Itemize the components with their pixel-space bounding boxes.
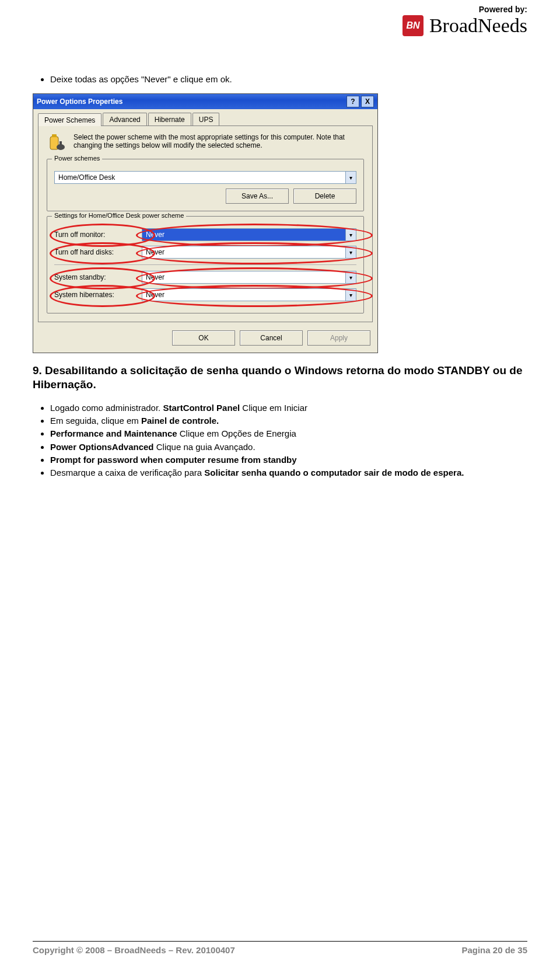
save-as-button[interactable]: Save As... xyxy=(226,189,289,204)
section-bullets: Logado como administrador. StartControl … xyxy=(33,402,527,479)
dialog-description: Select the power scheme with the most ap… xyxy=(74,133,364,149)
footer-copyright: Copyright © 2008 – BroadNeeds – Rev. 201… xyxy=(33,945,235,955)
chevron-down-icon[interactable]: ▾ xyxy=(345,229,356,240)
power-options-dialog: Power Options Properties ? X Power Schem… xyxy=(33,93,378,353)
list-item: Performance and Maintenance Clique em Op… xyxy=(50,428,527,440)
dialog-tabs: Power Schemes Advanced Hibernate UPS xyxy=(33,109,377,126)
hibernate-select-input[interactable] xyxy=(142,288,356,301)
hdd-select[interactable]: ▾ xyxy=(142,246,356,259)
section-heading: 9. Desabilitando a solicitação de senha … xyxy=(33,364,527,392)
standby-select-input[interactable] xyxy=(142,271,356,284)
svg-rect-1 xyxy=(52,134,57,137)
tab-ups[interactable]: UPS xyxy=(192,113,220,126)
chevron-down-icon[interactable]: ▾ xyxy=(345,172,356,183)
hibernate-select[interactable]: ▾ xyxy=(142,288,356,301)
help-button[interactable]: ? xyxy=(346,96,359,107)
chevron-down-icon[interactable]: ▾ xyxy=(345,246,356,258)
svg-rect-3 xyxy=(60,141,62,146)
list-item: Em seguida, clique em Painel de controle… xyxy=(50,415,527,427)
brand-name: BroadNeeds xyxy=(429,16,527,36)
standby-select[interactable]: ▾ xyxy=(142,271,356,284)
dialog-titlebar[interactable]: Power Options Properties ? X xyxy=(33,94,377,109)
monitor-select-input[interactable] xyxy=(142,228,356,241)
intro-bullet: Deixe todas as opções "Never" e clique e… xyxy=(50,74,527,85)
chevron-down-icon[interactable]: ▾ xyxy=(345,289,356,301)
cancel-button[interactable]: Cancel xyxy=(240,330,303,346)
group-settings: Settings for Home/Office Desk power sche… xyxy=(47,216,364,313)
label-system-standby: System standby: xyxy=(54,273,142,281)
group-power-schemes-title: Power schemes xyxy=(52,155,102,162)
list-item: Desmarque a caixa de verificação para So… xyxy=(50,467,527,479)
list-item: Power OptionsAdvanced Clique na guia Ava… xyxy=(50,441,527,453)
tab-advanced[interactable]: Advanced xyxy=(103,113,146,126)
tab-power-schemes[interactable]: Power Schemes xyxy=(38,113,102,126)
logo-icon: BN xyxy=(402,15,424,36)
apply-button[interactable]: Apply xyxy=(307,330,370,346)
list-item: Logado como administrador. StartControl … xyxy=(50,402,527,414)
hdd-select-input[interactable] xyxy=(142,246,356,259)
group-power-schemes: Power schemes ▾ Save As... Delete xyxy=(47,159,364,211)
powered-by-label: Powered by: xyxy=(402,5,527,14)
tab-hibernate[interactable]: Hibernate xyxy=(148,113,191,126)
chevron-down-icon[interactable]: ▾ xyxy=(345,271,356,283)
scheme-select[interactable]: ▾ xyxy=(54,171,356,184)
page-footer: Copyright © 2008 – BroadNeeds – Rev. 201… xyxy=(33,941,527,955)
ok-button[interactable]: OK xyxy=(172,330,235,346)
close-button[interactable]: X xyxy=(361,96,374,107)
battery-icon xyxy=(47,133,66,153)
footer-page-number: Pagina 20 de 35 xyxy=(461,945,527,955)
list-item: Prompt for password when computer resume… xyxy=(50,454,527,466)
label-turn-off-hdd: Turn off hard disks: xyxy=(54,248,142,256)
label-system-hibernates: System hibernates: xyxy=(54,291,142,299)
scheme-select-input[interactable] xyxy=(54,171,356,184)
dialog-title: Power Options Properties xyxy=(37,97,123,106)
label-turn-off-monitor: Turn off monitor: xyxy=(54,231,142,239)
page-header: Powered by: BN BroadNeeds xyxy=(402,5,527,36)
group-settings-title: Settings for Home/Office Desk power sche… xyxy=(52,212,186,219)
delete-button[interactable]: Delete xyxy=(293,189,356,204)
monitor-select[interactable]: ▾ xyxy=(142,228,356,241)
